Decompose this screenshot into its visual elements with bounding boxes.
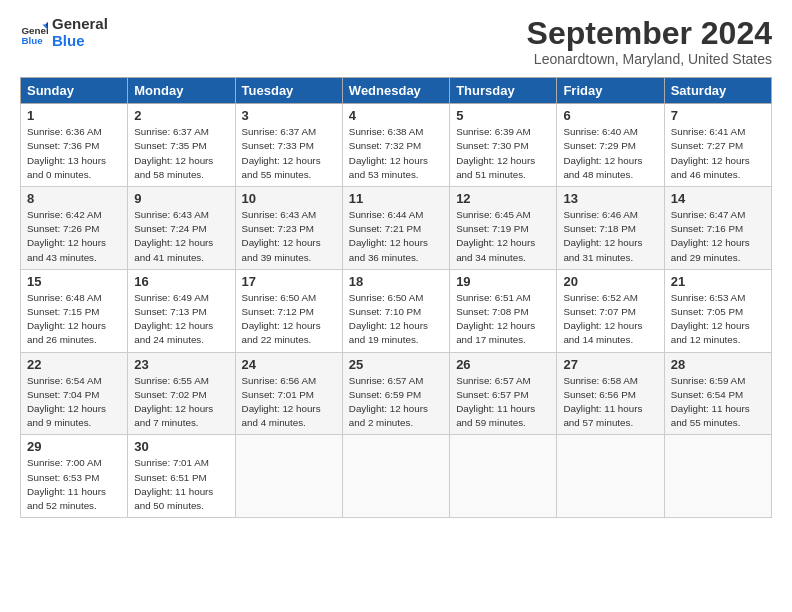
day-number: 17 [242,274,336,289]
day-info: Sunrise: 6:45 AM Sunset: 7:19 PM Dayligh… [456,208,550,265]
day-number: 8 [27,191,121,206]
table-cell: 22Sunrise: 6:54 AM Sunset: 7:04 PM Dayli… [21,352,128,435]
table-cell: 23Sunrise: 6:55 AM Sunset: 7:02 PM Dayli… [128,352,235,435]
day-info: Sunrise: 6:42 AM Sunset: 7:26 PM Dayligh… [27,208,121,265]
table-cell: 16Sunrise: 6:49 AM Sunset: 7:13 PM Dayli… [128,269,235,352]
table-cell: 21Sunrise: 6:53 AM Sunset: 7:05 PM Dayli… [664,269,771,352]
day-info: Sunrise: 6:50 AM Sunset: 7:10 PM Dayligh… [349,291,443,348]
table-row: 1Sunrise: 6:36 AM Sunset: 7:36 PM Daylig… [21,104,772,187]
day-number: 24 [242,357,336,372]
calendar-header-row: Sunday Monday Tuesday Wednesday Thursday… [21,78,772,104]
day-info: Sunrise: 6:54 AM Sunset: 7:04 PM Dayligh… [27,374,121,431]
day-number: 16 [134,274,228,289]
col-thursday: Thursday [450,78,557,104]
day-info: Sunrise: 6:57 AM Sunset: 6:59 PM Dayligh… [349,374,443,431]
day-number: 30 [134,439,228,454]
header: General Blue General Blue September 2024… [20,16,772,67]
table-cell: 2Sunrise: 6:37 AM Sunset: 7:35 PM Daylig… [128,104,235,187]
table-cell: 11Sunrise: 6:44 AM Sunset: 7:21 PM Dayli… [342,187,449,270]
day-info: Sunrise: 6:43 AM Sunset: 7:23 PM Dayligh… [242,208,336,265]
day-info: Sunrise: 6:37 AM Sunset: 7:33 PM Dayligh… [242,125,336,182]
table-cell: 5Sunrise: 6:39 AM Sunset: 7:30 PM Daylig… [450,104,557,187]
col-sunday: Sunday [21,78,128,104]
table-cell: 4Sunrise: 6:38 AM Sunset: 7:32 PM Daylig… [342,104,449,187]
table-cell: 12Sunrise: 6:45 AM Sunset: 7:19 PM Dayli… [450,187,557,270]
day-number: 12 [456,191,550,206]
logo-text-general: General [52,16,108,33]
day-number: 3 [242,108,336,123]
logo: General Blue General Blue [20,16,108,49]
day-number: 11 [349,191,443,206]
day-number: 27 [563,357,657,372]
day-number: 15 [27,274,121,289]
col-tuesday: Tuesday [235,78,342,104]
day-info: Sunrise: 6:52 AM Sunset: 7:07 PM Dayligh… [563,291,657,348]
table-cell: 27Sunrise: 6:58 AM Sunset: 6:56 PM Dayli… [557,352,664,435]
day-number: 20 [563,274,657,289]
table-cell [557,435,664,518]
table-cell: 17Sunrise: 6:50 AM Sunset: 7:12 PM Dayli… [235,269,342,352]
day-number: 28 [671,357,765,372]
day-info: Sunrise: 6:44 AM Sunset: 7:21 PM Dayligh… [349,208,443,265]
day-info: Sunrise: 6:46 AM Sunset: 7:18 PM Dayligh… [563,208,657,265]
table-cell: 18Sunrise: 6:50 AM Sunset: 7:10 PM Dayli… [342,269,449,352]
table-cell: 7Sunrise: 6:41 AM Sunset: 7:27 PM Daylig… [664,104,771,187]
table-cell [235,435,342,518]
day-info: Sunrise: 6:50 AM Sunset: 7:12 PM Dayligh… [242,291,336,348]
day-info: Sunrise: 6:36 AM Sunset: 7:36 PM Dayligh… [27,125,121,182]
day-info: Sunrise: 7:00 AM Sunset: 6:53 PM Dayligh… [27,456,121,513]
day-number: 19 [456,274,550,289]
day-number: 6 [563,108,657,123]
location: Leonardtown, Maryland, United States [527,51,772,67]
day-info: Sunrise: 6:51 AM Sunset: 7:08 PM Dayligh… [456,291,550,348]
day-number: 22 [27,357,121,372]
page: General Blue General Blue September 2024… [0,0,792,528]
table-cell [664,435,771,518]
day-number: 2 [134,108,228,123]
day-number: 4 [349,108,443,123]
col-saturday: Saturday [664,78,771,104]
table-cell: 10Sunrise: 6:43 AM Sunset: 7:23 PM Dayli… [235,187,342,270]
day-info: Sunrise: 6:38 AM Sunset: 7:32 PM Dayligh… [349,125,443,182]
col-monday: Monday [128,78,235,104]
table-cell: 6Sunrise: 6:40 AM Sunset: 7:29 PM Daylig… [557,104,664,187]
table-cell: 9Sunrise: 6:43 AM Sunset: 7:24 PM Daylig… [128,187,235,270]
logo-icon: General Blue [20,19,48,47]
table-cell: 15Sunrise: 6:48 AM Sunset: 7:15 PM Dayli… [21,269,128,352]
day-info: Sunrise: 6:39 AM Sunset: 7:30 PM Dayligh… [456,125,550,182]
table-cell: 30Sunrise: 7:01 AM Sunset: 6:51 PM Dayli… [128,435,235,518]
table-cell: 28Sunrise: 6:59 AM Sunset: 6:54 PM Dayli… [664,352,771,435]
day-number: 25 [349,357,443,372]
table-cell: 20Sunrise: 6:52 AM Sunset: 7:07 PM Dayli… [557,269,664,352]
day-number: 1 [27,108,121,123]
day-info: Sunrise: 6:59 AM Sunset: 6:54 PM Dayligh… [671,374,765,431]
day-info: Sunrise: 6:56 AM Sunset: 7:01 PM Dayligh… [242,374,336,431]
table-cell: 25Sunrise: 6:57 AM Sunset: 6:59 PM Dayli… [342,352,449,435]
day-number: 7 [671,108,765,123]
table-cell: 14Sunrise: 6:47 AM Sunset: 7:16 PM Dayli… [664,187,771,270]
day-info: Sunrise: 6:48 AM Sunset: 7:15 PM Dayligh… [27,291,121,348]
table-cell: 19Sunrise: 6:51 AM Sunset: 7:08 PM Dayli… [450,269,557,352]
day-info: Sunrise: 6:55 AM Sunset: 7:02 PM Dayligh… [134,374,228,431]
table-row: 15Sunrise: 6:48 AM Sunset: 7:15 PM Dayli… [21,269,772,352]
day-info: Sunrise: 6:49 AM Sunset: 7:13 PM Dayligh… [134,291,228,348]
title-block: September 2024 Leonardtown, Maryland, Un… [527,16,772,67]
table-row: 29Sunrise: 7:00 AM Sunset: 6:53 PM Dayli… [21,435,772,518]
svg-text:Blue: Blue [21,35,43,46]
day-info: Sunrise: 6:40 AM Sunset: 7:29 PM Dayligh… [563,125,657,182]
day-info: Sunrise: 6:41 AM Sunset: 7:27 PM Dayligh… [671,125,765,182]
day-info: Sunrise: 6:58 AM Sunset: 6:56 PM Dayligh… [563,374,657,431]
table-cell: 8Sunrise: 6:42 AM Sunset: 7:26 PM Daylig… [21,187,128,270]
day-number: 29 [27,439,121,454]
calendar-table: Sunday Monday Tuesday Wednesday Thursday… [20,77,772,518]
day-number: 21 [671,274,765,289]
table-cell [342,435,449,518]
table-cell: 13Sunrise: 6:46 AM Sunset: 7:18 PM Dayli… [557,187,664,270]
day-number: 9 [134,191,228,206]
day-number: 23 [134,357,228,372]
table-cell: 29Sunrise: 7:00 AM Sunset: 6:53 PM Dayli… [21,435,128,518]
day-number: 10 [242,191,336,206]
day-number: 5 [456,108,550,123]
col-friday: Friday [557,78,664,104]
day-info: Sunrise: 6:57 AM Sunset: 6:57 PM Dayligh… [456,374,550,431]
